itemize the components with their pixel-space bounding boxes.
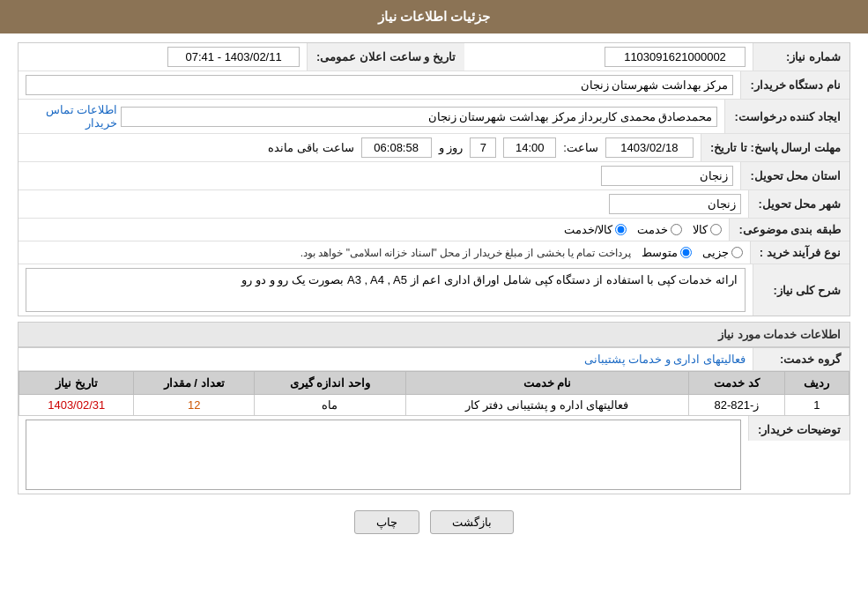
deadline-label: مهلت ارسال پاسخ: تا تاریخ: — [701, 134, 849, 161]
deadline-value: ساعت: روز و ساعت باقی مانده — [19, 134, 701, 161]
need-number-input[interactable] — [605, 47, 746, 67]
announce-date-label: تاریخ و ساعت اعلان عمومی: — [307, 43, 464, 71]
service-info-title: اطلاعات خدمات مورد نیاز — [18, 322, 850, 347]
announce-date-input[interactable] — [167, 47, 300, 67]
category-radio-kala[interactable] — [710, 224, 722, 235]
need-number-label: شماره نیاز: — [753, 43, 849, 71]
cell-date: 1403/02/31 — [19, 395, 134, 416]
row-category: طبقه بندی موضوعی: کالا خدمت کالا/خدمت — [19, 219, 849, 241]
col-quantity: تعداد / مقدار — [134, 372, 254, 395]
buyer-notes-label: توضیحات خریدار: — [748, 416, 849, 441]
table-row: 1 ز-821-82 فعالیتهای اداره و پشتیبانی دف… — [19, 395, 849, 416]
row-service-group: گروه خدمت: فعالیتهای اداری و خدمات پشتیب… — [19, 348, 849, 371]
category-option-kala[interactable]: کالا — [693, 223, 722, 236]
deadline-remaining-input[interactable] — [361, 137, 432, 158]
service-group-value: فعالیتهای اداری و خدمات پشتیبانی — [19, 348, 753, 370]
category-options: کالا خدمت کالا/خدمت — [19, 219, 729, 241]
service-form: گروه خدمت: فعالیتهای اداری و خدمات پشتیب… — [18, 347, 850, 494]
row-creator: ایجاد کننده درخواست: اطلاعات تماس خریدار — [19, 100, 849, 134]
category-label: طبقه بندی موضوعی: — [729, 219, 849, 241]
service-group-label: گروه خدمت: — [753, 348, 849, 370]
process-radio-group: جزیی متوسط — [642, 246, 743, 259]
creator-contact-link[interactable]: اطلاعات تماس خریدار — [26, 103, 117, 130]
row-deadline: مهلت ارسال پاسخ: تا تاریخ: ساعت: روز و س… — [19, 134, 849, 162]
category-option-khedmat[interactable]: خدمت — [637, 223, 682, 236]
deadline-days-input[interactable] — [470, 137, 496, 158]
city-label: شهر محل تحویل: — [748, 190, 849, 218]
table-header-row: ردیف کد خدمت نام خدمت واحد اندازه گیری ت… — [19, 372, 849, 395]
need-desc-value: ارائه خدمات کپی با استفاده از دستگاه کپی… — [19, 264, 753, 316]
city-value — [19, 190, 748, 218]
page-title: جزئیات اطلاعات نیاز — [378, 9, 490, 24]
deadline-time-label: ساعت: — [563, 141, 598, 154]
announce-date-value — [19, 43, 307, 71]
buyer-notes-textarea[interactable] — [26, 420, 741, 490]
col-date: تاریخ نیاز — [19, 372, 134, 395]
province-input[interactable] — [601, 166, 733, 186]
buyer-notes-value — [19, 416, 748, 494]
service-group-link[interactable]: فعالیتهای اداری و خدمات پشتیبانی — [584, 353, 746, 366]
category-radio-kala-khedmat[interactable] — [615, 224, 627, 235]
deadline-date-input[interactable] — [605, 137, 694, 158]
need-desc-label: شرح کلی نیاز: — [753, 264, 849, 316]
cell-code: ز-821-82 — [688, 395, 784, 416]
print-button[interactable]: چاپ — [354, 510, 419, 534]
row-need-desc: شرح کلی نیاز: ارائه خدمات کپی با استفاده… — [19, 264, 849, 316]
deadline-days-label: روز و — [439, 141, 464, 154]
main-form: شماره نیاز: تاریخ و ساعت اعلان عمومی: نا… — [18, 42, 850, 316]
row-city: شهر محل تحویل: — [19, 190, 849, 219]
row-buyer-notes: توضیحات خریدار: — [19, 416, 849, 494]
cell-unit: ماه — [254, 395, 405, 416]
cell-quantity: 12 — [134, 395, 254, 416]
creator-input[interactable] — [121, 107, 718, 127]
deadline-remaining-label: ساعت باقی مانده — [268, 141, 353, 154]
process-radio-jozii[interactable] — [731, 247, 743, 258]
process-option-motavasset[interactable]: متوسط — [642, 246, 692, 259]
process-radio-motavasset[interactable] — [680, 247, 692, 258]
button-row: بازگشت چاپ — [18, 500, 850, 545]
page-header: جزئیات اطلاعات نیاز — [0, 0, 868, 33]
back-button[interactable]: بازگشت — [430, 510, 514, 534]
buyer-org-label: نام دستگاه خریدار: — [740, 71, 849, 99]
buyer-org-value — [19, 71, 740, 99]
province-label: استان محل تحویل: — [740, 162, 849, 189]
cell-row: 1 — [784, 395, 849, 416]
service-table: ردیف کد خدمت نام خدمت واحد اندازه گیری ت… — [19, 371, 849, 416]
need-number-value — [464, 43, 753, 71]
category-radio-khedmat[interactable] — [671, 224, 682, 235]
buyer-org-input[interactable] — [26, 75, 733, 95]
category-radio-group: کالا خدمت کالا/خدمت — [564, 223, 723, 236]
city-input[interactable] — [609, 194, 741, 214]
cell-name: فعالیتهای اداره و پشتیبانی دفتر کار — [405, 395, 688, 416]
creator-value: اطلاعات تماس خریدار — [19, 100, 724, 133]
col-name: نام خدمت — [405, 372, 688, 395]
row-need-number: شماره نیاز: تاریخ و ساعت اعلان عمومی: — [19, 43, 849, 71]
page-wrapper: جزئیات اطلاعات نیاز شماره نیاز: تاریخ و … — [0, 0, 868, 609]
col-unit: واحد اندازه گیری — [254, 372, 405, 395]
province-value — [19, 162, 740, 189]
process-label: نوع فرآیند خرید : — [750, 241, 849, 264]
process-option-jozii[interactable]: جزیی — [702, 246, 743, 259]
row-buyer-org: نام دستگاه خریدار: — [19, 71, 849, 100]
service-table-container: ردیف کد خدمت نام خدمت واحد اندازه گیری ت… — [19, 371, 849, 416]
deadline-time-input[interactable] — [503, 137, 556, 158]
creator-label: ایجاد کننده درخواست: — [724, 100, 849, 133]
process-value: جزیی متوسط پرداخت تمام یا بخشی از مبلغ خ… — [19, 241, 750, 264]
category-option-kala-khedmat[interactable]: کالا/خدمت — [564, 223, 627, 236]
col-row: ردیف — [784, 372, 849, 395]
process-note: پرداخت تمام یا بخشی از مبلغ خریدار از مح… — [300, 247, 631, 259]
service-table-body: 1 ز-821-82 فعالیتهای اداره و پشتیبانی دف… — [19, 395, 849, 416]
deadline-datetime-row: ساعت: روز و ساعت باقی مانده — [268, 137, 693, 158]
row-process: نوع فرآیند خرید : جزیی متوسط پرداخت تمام… — [19, 241, 849, 264]
col-code: کد خدمت — [688, 372, 784, 395]
row-province: استان محل تحویل: — [19, 162, 849, 190]
content-area: شماره نیاز: تاریخ و ساعت اعلان عمومی: نا… — [0, 33, 868, 553]
need-desc-box: ارائه خدمات کپی با استفاده از دستگاه کپی… — [26, 268, 746, 312]
